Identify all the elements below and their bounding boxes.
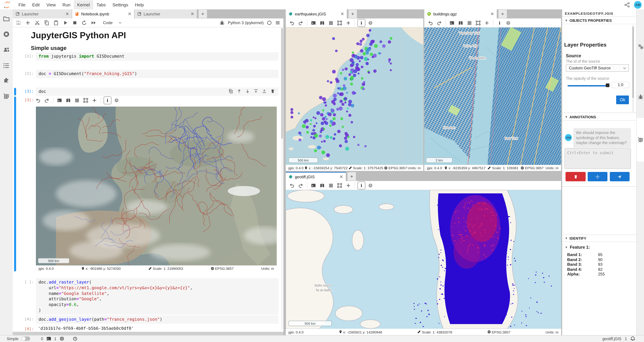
tab-buildings[interactable]: buildings.qgz ✕ [424, 9, 497, 18]
opacity-slider-knob[interactable] [606, 83, 610, 87]
tab-earthquakes[interactable]: earthquakes.jGIS ✕ [286, 9, 347, 18]
select-region-icon[interactable] [336, 182, 343, 189]
gis-panel-icon[interactable] [638, 137, 644, 143]
add-layer-icon[interactable] [345, 19, 352, 26]
time-slider-icon[interactable] [367, 19, 374, 26]
add-layer-icon[interactable] [483, 19, 490, 26]
console-icon[interactable]: $_ [310, 19, 317, 26]
add-cell-icon[interactable] [25, 20, 30, 25]
code-cell-input[interactable]: doc [36, 87, 278, 96]
redo-icon[interactable] [436, 19, 443, 26]
map-book-icon[interactable] [457, 19, 464, 26]
cell-up-icon[interactable] [237, 89, 242, 93]
delete-annotation-button[interactable] [566, 172, 586, 181]
add-tab-button[interactable]: + [498, 10, 507, 18]
cell-trash-icon[interactable] [270, 89, 275, 93]
console-icon[interactable]: $_ [310, 182, 317, 189]
close-tab-icon[interactable]: ✕ [188, 11, 194, 16]
grid-icon[interactable] [327, 182, 334, 189]
map-book-icon[interactable] [65, 97, 72, 104]
add-layer-icon[interactable] [91, 97, 98, 104]
redo-icon[interactable] [297, 19, 304, 26]
menu-view[interactable]: View [43, 0, 59, 9]
console-icon[interactable]: $_ [56, 97, 63, 104]
menu-run[interactable]: Run [59, 0, 74, 9]
restart-kernel-icon[interactable] [82, 20, 87, 25]
close-tab-icon[interactable]: ✕ [488, 11, 494, 16]
cell-type-select[interactable]: Code [103, 20, 122, 25]
opacity-slider[interactable] [568, 85, 608, 86]
close-tab-icon[interactable]: ✕ [338, 11, 344, 16]
tab-notebook-ipynb[interactable]: Notebook.ipynb✕ [72, 9, 134, 18]
grid-icon[interactable] [466, 19, 473, 26]
cut-cell-icon[interactable] [34, 20, 40, 25]
time-slider-icon[interactable] [113, 97, 120, 104]
console-icon[interactable]: $_ [448, 19, 456, 26]
user-avatar[interactable]: AM [634, 1, 642, 8]
toolbar-menu-icon[interactable] [275, 20, 280, 25]
redo-icon[interactable] [297, 182, 304, 189]
source-id-select[interactable]: Custom GeoTiff Source [566, 64, 629, 72]
paste-cell-icon[interactable] [53, 20, 59, 25]
running-sessions-icon[interactable] [3, 31, 10, 37]
close-tab-icon[interactable]: ✕ [126, 11, 132, 16]
close-tab-icon[interactable]: ✕ [64, 11, 69, 16]
opacity-value[interactable]: 1.0 [612, 82, 630, 88]
select-region-icon[interactable] [336, 19, 343, 26]
undo-icon[interactable] [427, 19, 434, 26]
code-cell-input[interactable]: doc.add_raster_layer( url="https://mt1.g… [36, 278, 278, 315]
france-hiking-map[interactable]: 500 km [36, 107, 277, 265]
jupytergis-icon[interactable] [3, 93, 10, 99]
identify-icon[interactable]: i [358, 19, 365, 27]
earthquakes-map[interactable]: 500 km [286, 27, 423, 165]
undo-icon[interactable] [34, 97, 42, 104]
extension-manager-icon[interactable] [3, 76, 10, 83]
restart-run-all-icon[interactable] [91, 20, 96, 25]
redo-icon[interactable] [43, 97, 50, 104]
simple-mode-toggle[interactable] [22, 337, 30, 341]
objects-properties-section-header[interactable]: ▼ OBJECTS PROPERTIES [562, 17, 636, 24]
close-tab-icon[interactable]: ✕ [338, 174, 343, 179]
output-collapser[interactable] [14, 96, 16, 272]
terminal-icon[interactable]: $_ [46, 336, 51, 341]
panel-scrollbar[interactable] [632, 25, 634, 112]
add-tab-button[interactable]: + [348, 10, 357, 18]
tab-launcher[interactable]: Launcher✕ [134, 9, 197, 18]
map-book-icon[interactable] [319, 182, 326, 189]
time-slider-icon[interactable] [505, 19, 512, 26]
notebook-hscrollbar[interactable] [13, 332, 284, 335]
menu-file[interactable]: File [15, 0, 29, 9]
file-browser-icon[interactable] [3, 15, 10, 22]
run-cell-icon[interactable] [63, 20, 68, 25]
map-book-icon[interactable] [319, 19, 326, 26]
collaboration-icon[interactable] [3, 46, 10, 53]
cell-insbe-icon[interactable] [262, 89, 267, 93]
kernel-name[interactable]: Python 3 (ipykernel) [228, 20, 264, 25]
add-tab-button[interactable]: + [348, 172, 356, 181]
interrupt-kernel-icon[interactable] [72, 20, 78, 25]
select-region-icon[interactable] [82, 97, 89, 104]
grid-icon[interactable] [327, 19, 334, 26]
undo-icon[interactable] [288, 19, 296, 26]
time-slider-icon[interactable] [367, 182, 374, 189]
code-cell-input[interactable]: doc = GISDocument("france_hiking.jGIS") [36, 70, 278, 78]
cell-down-icon[interactable] [245, 89, 250, 93]
identify-icon[interactable]: i [496, 19, 503, 26]
code-cell-input[interactable]: doc.add_geojson_layer(path="france_regio… [36, 315, 278, 324]
menu-kernel[interactable]: Kernel [74, 0, 93, 9]
property-inspector-icon[interactable] [638, 43, 644, 50]
annotation-input[interactable] [564, 148, 631, 169]
tab-launcher[interactable]: Launcher✕ [13, 9, 72, 18]
identify-icon[interactable]: i [358, 181, 365, 189]
history-icon[interactable] [72, 336, 78, 341]
bell-icon[interactable] [630, 336, 635, 341]
menu-tabs[interactable]: Tabs [93, 0, 109, 9]
identify-section-header[interactable]: ▼ IDENTIFY [562, 235, 636, 242]
share-icon[interactable] [624, 2, 630, 7]
menu-settings[interactable]: Settings [109, 0, 132, 9]
select-region-icon[interactable] [474, 19, 482, 26]
code-cell-input[interactable]: from jupytergis import GISDocument [36, 52, 278, 61]
ok-button[interactable]: Ok [616, 95, 629, 104]
geotiff-map[interactable]: Baffin IslandÎle de Baffin 500 km [286, 190, 561, 329]
save-icon[interactable] [16, 20, 21, 25]
